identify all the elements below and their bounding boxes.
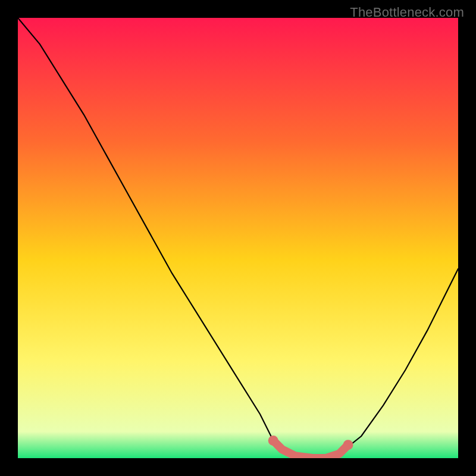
highlight-end-dot [343,440,353,450]
plot-area [18,18,458,458]
highlight-start-dot [268,436,278,446]
bottleneck-chart [18,18,458,458]
chart-container: TheBottleneck.com [0,0,476,476]
